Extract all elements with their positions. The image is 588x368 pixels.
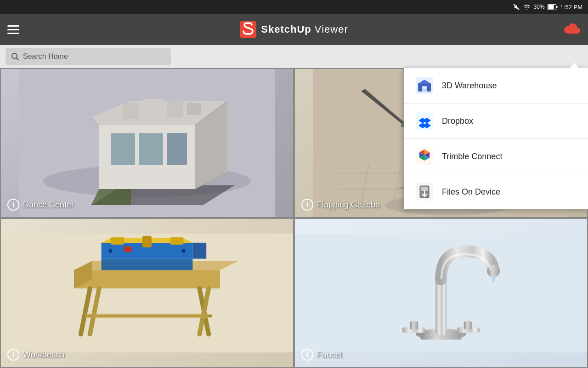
svg-rect-66 bbox=[170, 237, 184, 245]
app-header: SketchUp Viewer bbox=[0, 14, 588, 45]
svg-rect-17 bbox=[143, 99, 163, 117]
svg-rect-13 bbox=[111, 133, 135, 165]
svg-rect-75 bbox=[435, 279, 447, 335]
status-bar: 30% 1:52 PM bbox=[0, 0, 588, 14]
warehouse-label: 3D Warehouse bbox=[442, 81, 497, 91]
dance-center-label: i Dance Center bbox=[7, 199, 74, 211]
svg-rect-19 bbox=[187, 103, 201, 115]
search-icon bbox=[11, 52, 19, 61]
wifi-icon bbox=[523, 3, 531, 11]
info-icon-workbench[interactable]: i bbox=[7, 349, 19, 361]
app-title: SketchUp Viewer bbox=[261, 23, 348, 35]
search-bar-container: Search Home bbox=[0, 45, 588, 68]
trimble-icon bbox=[415, 147, 434, 166]
dropdown-item-dropbox[interactable]: Dropbox bbox=[404, 104, 588, 139]
main-content-grid: i Dance Center bbox=[0, 68, 588, 368]
svg-point-77 bbox=[492, 276, 495, 282]
dropdown-item-trimble-connect[interactable]: Trimble Connect bbox=[404, 139, 588, 174]
svg-point-71 bbox=[182, 249, 186, 253]
dropbox-label: Dropbox bbox=[442, 116, 473, 126]
model-card-faucet[interactable]: i Faucet bbox=[294, 218, 588, 368]
gazebo-name: Flapping Gazebo bbox=[317, 200, 380, 210]
app-logo: SketchUp Viewer bbox=[240, 21, 348, 38]
svg-line-6 bbox=[17, 58, 19, 60]
svg-marker-62 bbox=[102, 259, 193, 270]
svg-rect-81 bbox=[464, 322, 472, 330]
svg-rect-2 bbox=[548, 5, 554, 9]
warehouse-icon bbox=[415, 76, 434, 95]
svg-rect-15 bbox=[167, 133, 187, 165]
faucet-label: i Faucet bbox=[301, 349, 342, 361]
workbench-label: i Workbench bbox=[7, 349, 65, 361]
model-card-dance-center[interactable]: i Dance Center bbox=[0, 68, 294, 218]
dropdown-item-3d-warehouse[interactable]: 3D Warehouse bbox=[404, 68, 588, 104]
svg-rect-69 bbox=[124, 247, 131, 252]
mute-icon bbox=[513, 3, 520, 11]
dropbox-icon bbox=[415, 112, 434, 130]
files-on-device-icon bbox=[415, 183, 434, 201]
faucet-name: Faucet bbox=[317, 350, 342, 360]
svg-rect-65 bbox=[111, 237, 124, 245]
workbench-name: Workbench bbox=[23, 350, 65, 360]
cloud-account-button[interactable] bbox=[564, 22, 581, 38]
svg-rect-14 bbox=[139, 133, 163, 165]
search-placeholder: Search Home bbox=[23, 52, 68, 61]
battery-icon bbox=[548, 4, 558, 10]
sketchup-logo-icon bbox=[240, 21, 256, 38]
svg-marker-54 bbox=[74, 270, 220, 288]
source-dropdown-menu: 3D Warehouse Dropbox bbox=[404, 68, 588, 209]
dropdown-item-files-on-device[interactable]: Files On Device bbox=[404, 174, 588, 209]
trimble-label: Trimble Connect bbox=[442, 152, 502, 161]
info-icon-gazebo[interactable]: i bbox=[301, 199, 313, 211]
svg-rect-67 bbox=[142, 236, 152, 247]
dance-center-name: Dance Center bbox=[23, 200, 74, 210]
svg-rect-86 bbox=[423, 87, 426, 89]
files-on-device-label: Files On Device bbox=[442, 187, 500, 197]
info-icon-faucet[interactable]: i bbox=[301, 349, 313, 361]
svg-point-70 bbox=[109, 249, 113, 253]
battery-percentage: 30% bbox=[534, 4, 545, 10]
svg-rect-18 bbox=[167, 101, 183, 117]
svg-marker-68 bbox=[192, 243, 206, 259]
svg-rect-95 bbox=[421, 187, 428, 191]
svg-rect-79 bbox=[410, 322, 418, 330]
svg-marker-61 bbox=[85, 314, 209, 318]
model-card-workbench[interactable]: i Workbench bbox=[0, 218, 294, 368]
hamburger-menu[interactable] bbox=[7, 25, 19, 34]
svg-rect-16 bbox=[123, 103, 139, 119]
time-display: 1:52 PM bbox=[560, 4, 582, 11]
status-icons: 30% 1:52 PM bbox=[513, 3, 582, 11]
gazebo-label: i Flapping Gazebo bbox=[301, 199, 380, 211]
dropdown-arrow bbox=[570, 63, 579, 68]
svg-rect-3 bbox=[556, 6, 557, 8]
info-icon-dance[interactable]: i bbox=[7, 199, 19, 211]
search-input[interactable]: Search Home bbox=[6, 48, 171, 65]
